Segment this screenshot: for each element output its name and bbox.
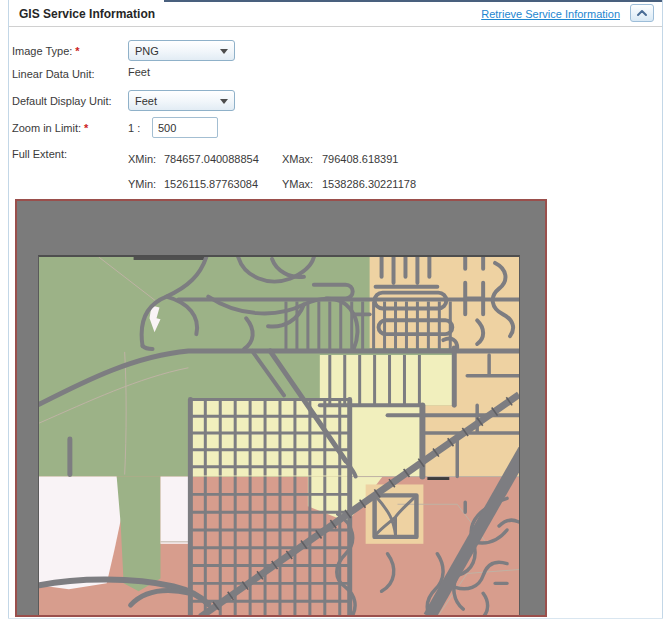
header-separator: [9, 26, 662, 27]
collapse-button[interactable]: [630, 4, 654, 22]
xmax-label: XMax:: [282, 153, 322, 165]
zoom-ratio-prefix: 1 :: [128, 122, 140, 134]
xmin-label: XMin:: [128, 153, 164, 165]
xmax-value: 796408.618391: [322, 153, 398, 165]
chevron-up-icon: [636, 9, 648, 17]
zoom-in-limit-label: Zoom in Limit:: [12, 122, 81, 134]
required-asterisk: *: [75, 45, 79, 57]
full-extent-label: Full Extent:: [12, 148, 67, 160]
image-type-select[interactable]: PNG: [128, 40, 235, 61]
ymax-value: 1538286.30221178: [322, 178, 416, 190]
linear-data-unit-label: Linear Data Unit:: [12, 68, 95, 80]
page-title: GIS Service Information: [19, 7, 155, 21]
default-display-unit-selected-value: Feet: [135, 95, 157, 107]
image-type-label: Image Type:: [12, 45, 72, 57]
map-frame: [15, 199, 547, 617]
extent-y-line: YMin:1526115.87763084YMax:1538286.302211…: [128, 178, 416, 190]
panel-right-border: [662, 0, 663, 618]
panel-header: GIS Service Information Retrieve Service…: [9, 2, 662, 26]
default-display-unit-label: Default Display Unit:: [12, 95, 112, 107]
gis-service-panel: GIS Service Information Retrieve Service…: [0, 0, 668, 621]
zoom-limit-input[interactable]: [152, 117, 218, 138]
ymin-label: YMin:: [128, 178, 164, 190]
xmin-value: 784657.040088854: [164, 153, 282, 165]
default-display-unit-select[interactable]: Feet: [128, 90, 235, 111]
image-type-selected-value: PNG: [135, 45, 159, 57]
required-asterisk: *: [84, 122, 88, 134]
ymin-value: 1526115.87763084: [164, 178, 282, 190]
map-preview: [38, 255, 520, 617]
panel-left-border: [8, 0, 9, 618]
map-image: [39, 257, 519, 617]
dropdown-caret-icon: [220, 49, 228, 54]
ymax-label: YMax:: [282, 178, 322, 190]
dropdown-caret-icon: [220, 99, 228, 104]
zoom-in-limit-label-row: Zoom in Limit:*: [12, 122, 88, 134]
retrieve-service-information-link[interactable]: Retrieve Service Information: [481, 8, 620, 20]
extent-x-line: XMin:784657.040088854XMax:796408.618391: [128, 153, 398, 165]
linear-data-unit-value: Feet: [128, 66, 150, 78]
image-type-label-row: Image Type:*: [12, 45, 80, 57]
panel-bottom-border: [8, 618, 663, 619]
